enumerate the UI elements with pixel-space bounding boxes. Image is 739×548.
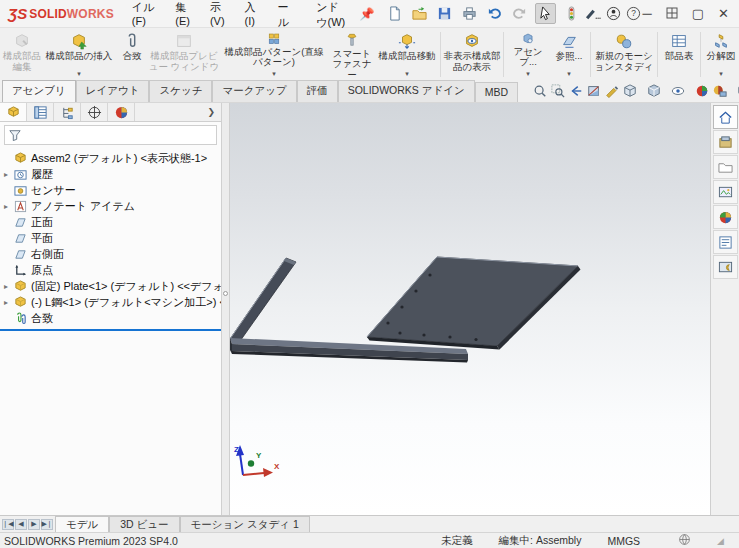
help-icon[interactable]: ?: [624, 4, 643, 23]
assembly-icon: [14, 152, 27, 165]
traffic-light-icon[interactable]: [562, 4, 581, 23]
dropdown-arrow-icon[interactable]: [405, 68, 409, 81]
move-component-button[interactable]: 構成部品移動: [376, 29, 438, 80]
splitter-handle[interactable]: [223, 291, 228, 296]
dropdown-arrow-icon[interactable]: [719, 68, 723, 81]
design-library-icon[interactable]: [713, 130, 738, 154]
close-icon[interactable]: ✕: [718, 7, 729, 20]
dropdown-arrow-icon[interactable]: [77, 68, 81, 81]
displaymanager-tab[interactable]: [108, 103, 135, 121]
cam-icon[interactable]: [713, 255, 738, 279]
plate-part[interactable]: [367, 257, 581, 350]
layout-grid-icon[interactable]: [666, 7, 678, 21]
view-orientation-icon[interactable]: [622, 83, 638, 99]
open-icon[interactable]: [410, 4, 429, 23]
tree-item-right-plane[interactable]: 右側面: [0, 246, 221, 262]
dropdown-arrow-icon[interactable]: [526, 68, 530, 81]
bill-of-materials-button[interactable]: 部品表: [660, 29, 698, 80]
edit-appearance-icon[interactable]: [694, 83, 710, 99]
tab-markup[interactable]: マークアップ: [212, 80, 296, 102]
section-view-icon[interactable]: [586, 83, 602, 99]
graphics-viewport[interactable]: Z Y X: [230, 103, 710, 515]
apply-scene-icon[interactable]: [712, 83, 728, 99]
custom-properties-icon[interactable]: [713, 230, 738, 254]
pin-menu-icon[interactable]: 📌: [360, 7, 375, 21]
filter-icon: [9, 129, 21, 141]
tab-assembly[interactable]: アセンブリ: [2, 80, 76, 102]
tab-model[interactable]: モデル: [55, 516, 109, 532]
annotation-view-icon[interactable]: [604, 83, 620, 99]
tree-item-sensors[interactable]: センサー: [0, 182, 221, 198]
redo-icon[interactable]: [510, 4, 529, 23]
next-tab-icon[interactable]: ▶: [28, 519, 40, 530]
view-palette-icon[interactable]: [713, 180, 738, 204]
dropdown-arrow-icon[interactable]: [272, 68, 276, 81]
tree-item-history[interactable]: ▸ 履歴: [0, 166, 221, 182]
display-style-icon[interactable]: [646, 83, 662, 99]
smart-fasteners-button[interactable]: スマートファスナー: [328, 29, 376, 80]
tree-item-annotations[interactable]: ▸ アノテート アイテム: [0, 198, 221, 214]
appearances-icon[interactable]: [713, 205, 738, 229]
tag-globe-icon[interactable]: [678, 533, 691, 548]
propertymanager-tab[interactable]: [27, 103, 54, 121]
tab-mbd[interactable]: MBD: [475, 82, 518, 102]
tree-item-label: (-) L鋼<1> (デフォルト<マシン加工>) <<デフォルト>_表: [31, 295, 221, 310]
select-cursor-icon[interactable]: [535, 3, 556, 24]
save-icon[interactable]: [435, 4, 454, 23]
tab-3d-views[interactable]: 3D ビュー: [109, 516, 179, 532]
feature-manager-panel: ❯ Assem2 (デフォルト) <表示状態-1> ▸ 履歴: [0, 103, 222, 515]
insert-component-button[interactable]: 構成部品の挿入: [42, 29, 116, 80]
previous-view-icon[interactable]: [568, 83, 584, 99]
home-icon[interactable]: [713, 105, 738, 129]
ribbon-button-label: 参照...: [556, 51, 583, 62]
ribbon-button-label: 構成部品編集: [2, 51, 42, 72]
resize-grip[interactable]: ◢: [717, 536, 725, 546]
undo-icon[interactable]: [485, 4, 504, 23]
tab-motion-study-1[interactable]: モーション スタディ 1: [180, 516, 310, 532]
zoom-area-icon[interactable]: [550, 83, 566, 99]
tree-item-top-plane[interactable]: 平面: [0, 230, 221, 246]
logo-glyph: ƷS: [8, 5, 27, 22]
tree-item-plate[interactable]: ▸ (固定) Plate<1> (デフォルト) <<デフォルト>_表示状: [0, 278, 221, 294]
reference-geometry-button[interactable]: 参照...: [550, 29, 588, 80]
exploded-view-button[interactable]: 分解図: [703, 29, 739, 80]
configurationmanager-tab[interactable]: [54, 103, 81, 121]
panel-splitter[interactable]: [222, 103, 230, 515]
command-search-icon[interactable]: [582, 4, 603, 23]
dropdown-arrow-icon[interactable]: [567, 68, 571, 81]
tree-item-mates[interactable]: 合致: [0, 310, 221, 326]
maximize-icon[interactable]: ▢: [692, 7, 704, 20]
tree-item-front-plane[interactable]: 正面: [0, 214, 221, 230]
triad-x-label: X: [274, 462, 280, 471]
mate-button[interactable]: 合致: [116, 29, 148, 80]
zoom-fit-icon[interactable]: [532, 83, 548, 99]
hide-show-items-icon[interactable]: [670, 83, 686, 99]
first-tab-icon[interactable]: ❘◀: [2, 519, 14, 530]
tab-sketch[interactable]: スケッチ: [149, 80, 212, 102]
minimize-icon[interactable]: ─: [643, 7, 652, 20]
prev-tab-icon[interactable]: ◀: [15, 519, 27, 530]
new-document-icon[interactable]: [385, 4, 404, 23]
tree-filter[interactable]: [4, 125, 217, 145]
window-controls: ─ ▢ ✕: [643, 7, 735, 21]
tree-item-assembly[interactable]: Assem2 (デフォルト) <表示状態-1>: [0, 150, 221, 166]
tree-item-l-steel[interactable]: ▸ (-) L鋼<1> (デフォルト<マシン加工>) <<デフォルト>_表: [0, 294, 221, 310]
tab-layout[interactable]: レイアウト: [76, 80, 150, 102]
print-icon[interactable]: [460, 4, 479, 23]
units-label[interactable]: MMGS: [607, 535, 640, 547]
component-pattern-button[interactable]: 構成部品パターン(直線パターン): [220, 29, 328, 80]
new-motion-study-button[interactable]: 新規のモーションスタディ: [593, 29, 655, 80]
featuremanager-tab[interactable]: [0, 103, 27, 121]
tab-solidworks-addins[interactable]: SOLIDWORKS アドイン: [338, 80, 475, 102]
tree-item-origin[interactable]: 原点: [0, 262, 221, 278]
last-tab-icon[interactable]: ▶❘: [41, 519, 53, 530]
product-version-label: SOLIDWORKS Premium 2023 SP4.0: [4, 535, 178, 547]
tab-evaluate[interactable]: 評価: [297, 80, 338, 102]
dimxpertmanager-tab[interactable]: [81, 103, 108, 121]
assembly-features-button[interactable]: アセンブ...: [506, 29, 550, 80]
account-icon[interactable]: [604, 4, 623, 23]
show-hidden-components-button[interactable]: 非表示構成部品の表示: [443, 29, 501, 80]
panel-expand-chevron-icon[interactable]: ❯: [201, 103, 221, 121]
file-explorer-icon[interactable]: [713, 155, 738, 179]
status-editing-label: 編集中: Assembly: [499, 534, 582, 548]
